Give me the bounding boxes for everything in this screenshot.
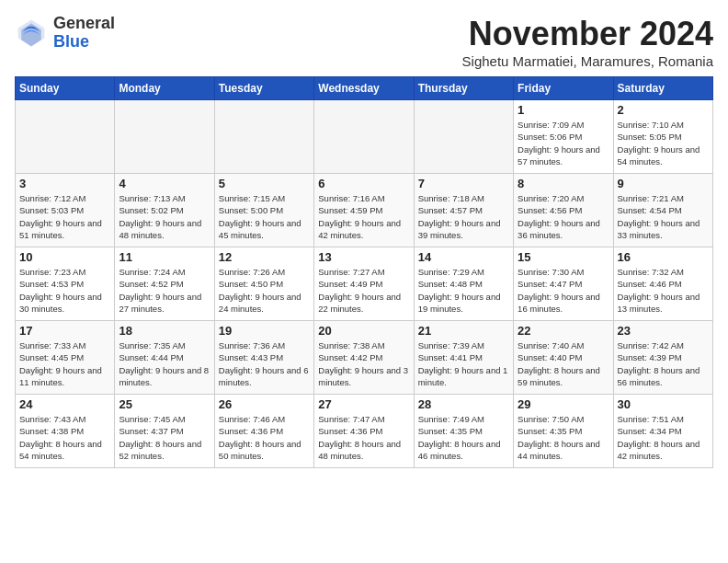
- day-info: Sunrise: 7:24 AM Sunset: 4:52 PM Dayligh…: [119, 266, 210, 315]
- day-cell: 29Sunrise: 7:50 AM Sunset: 4:35 PM Dayli…: [514, 395, 613, 468]
- day-info: Sunrise: 7:39 AM Sunset: 4:41 PM Dayligh…: [418, 339, 509, 388]
- logo: General Blue: [15, 15, 115, 52]
- day-cell: 19Sunrise: 7:36 AM Sunset: 4:43 PM Dayli…: [214, 321, 313, 395]
- day-number: 9: [618, 177, 709, 190]
- day-cell: [414, 100, 513, 174]
- day-number: 4: [119, 177, 210, 190]
- day-number: 18: [119, 324, 210, 338]
- header-cell-friday: Friday: [514, 77, 613, 100]
- day-cell: [115, 100, 214, 174]
- month-title: November 2024: [462, 15, 713, 53]
- day-number: 23: [618, 324, 709, 338]
- day-cell: 5Sunrise: 7:15 AM Sunset: 5:00 PM Daylig…: [214, 174, 313, 247]
- calendar-body: 1Sunrise: 7:09 AM Sunset: 5:06 PM Daylig…: [16, 100, 713, 468]
- day-cell: 11Sunrise: 7:24 AM Sunset: 4:52 PM Dayli…: [115, 247, 214, 321]
- day-number: 26: [219, 397, 310, 411]
- day-info: Sunrise: 7:43 AM Sunset: 4:38 PM Dayligh…: [19, 413, 110, 462]
- day-cell: 25Sunrise: 7:45 AM Sunset: 4:37 PM Dayli…: [115, 395, 214, 468]
- day-number: 25: [119, 397, 210, 411]
- day-number: 24: [19, 397, 110, 411]
- day-info: Sunrise: 7:51 AM Sunset: 4:34 PM Dayligh…: [618, 413, 709, 462]
- header-cell-monday: Monday: [115, 77, 214, 100]
- day-info: Sunrise: 7:27 AM Sunset: 4:49 PM Dayligh…: [318, 266, 409, 315]
- page-header: General Blue November 2024 Sighetu Marma…: [15, 15, 713, 69]
- day-info: Sunrise: 7:49 AM Sunset: 4:35 PM Dayligh…: [418, 413, 509, 462]
- logo-icon: [15, 17, 48, 50]
- week-row-1: 1Sunrise: 7:09 AM Sunset: 5:06 PM Daylig…: [16, 100, 713, 174]
- day-info: Sunrise: 7:36 AM Sunset: 4:43 PM Dayligh…: [219, 339, 310, 388]
- day-cell: 12Sunrise: 7:26 AM Sunset: 4:50 PM Dayli…: [214, 247, 313, 321]
- day-number: 29: [518, 397, 609, 411]
- calendar-header: SundayMondayTuesdayWednesdayThursdayFrid…: [16, 77, 713, 100]
- day-number: 1: [518, 103, 609, 117]
- day-cell: 10Sunrise: 7:23 AM Sunset: 4:53 PM Dayli…: [16, 247, 115, 321]
- day-info: Sunrise: 7:12 AM Sunset: 5:03 PM Dayligh…: [19, 192, 110, 241]
- day-cell: 16Sunrise: 7:32 AM Sunset: 4:46 PM Dayli…: [613, 247, 712, 321]
- header-cell-tuesday: Tuesday: [214, 77, 313, 100]
- header-cell-thursday: Thursday: [414, 77, 513, 100]
- day-number: 7: [418, 177, 509, 190]
- day-cell: 28Sunrise: 7:49 AM Sunset: 4:35 PM Dayli…: [414, 395, 513, 468]
- day-cell: 26Sunrise: 7:46 AM Sunset: 4:36 PM Dayli…: [214, 395, 313, 468]
- day-number: 12: [219, 250, 310, 264]
- day-cell: 3Sunrise: 7:12 AM Sunset: 5:03 PM Daylig…: [16, 174, 115, 247]
- day-cell: 2Sunrise: 7:10 AM Sunset: 5:05 PM Daylig…: [613, 100, 712, 174]
- day-number: 10: [19, 250, 110, 264]
- day-cell: 24Sunrise: 7:43 AM Sunset: 4:38 PM Dayli…: [16, 395, 115, 468]
- day-number: 21: [418, 324, 509, 338]
- day-info: Sunrise: 7:46 AM Sunset: 4:36 PM Dayligh…: [219, 413, 310, 462]
- day-info: Sunrise: 7:13 AM Sunset: 5:02 PM Dayligh…: [119, 192, 210, 241]
- day-info: Sunrise: 7:38 AM Sunset: 4:42 PM Dayligh…: [318, 339, 409, 388]
- day-cell: 4Sunrise: 7:13 AM Sunset: 5:02 PM Daylig…: [115, 174, 214, 247]
- day-info: Sunrise: 7:09 AM Sunset: 5:06 PM Dayligh…: [518, 119, 609, 167]
- day-info: Sunrise: 7:32 AM Sunset: 4:46 PM Dayligh…: [618, 266, 709, 315]
- day-cell: 18Sunrise: 7:35 AM Sunset: 4:44 PM Dayli…: [115, 321, 214, 395]
- day-info: Sunrise: 7:26 AM Sunset: 4:50 PM Dayligh…: [219, 266, 310, 315]
- day-info: Sunrise: 7:15 AM Sunset: 5:00 PM Dayligh…: [219, 192, 310, 241]
- day-number: 13: [318, 250, 409, 264]
- day-cell: 8Sunrise: 7:20 AM Sunset: 4:56 PM Daylig…: [514, 174, 613, 247]
- day-number: 6: [318, 177, 409, 190]
- week-row-2: 3Sunrise: 7:12 AM Sunset: 5:03 PM Daylig…: [16, 174, 713, 247]
- day-number: 22: [518, 324, 609, 338]
- day-cell: 1Sunrise: 7:09 AM Sunset: 5:06 PM Daylig…: [514, 100, 613, 174]
- header-cell-wednesday: Wednesday: [314, 77, 414, 100]
- day-info: Sunrise: 7:40 AM Sunset: 4:40 PM Dayligh…: [518, 339, 609, 388]
- day-number: 2: [618, 103, 709, 117]
- day-cell: 9Sunrise: 7:21 AM Sunset: 4:54 PM Daylig…: [613, 174, 712, 247]
- day-info: Sunrise: 7:45 AM Sunset: 4:37 PM Dayligh…: [119, 413, 210, 462]
- day-cell: [314, 100, 414, 174]
- day-info: Sunrise: 7:33 AM Sunset: 4:45 PM Dayligh…: [19, 339, 110, 388]
- week-row-5: 24Sunrise: 7:43 AM Sunset: 4:38 PM Dayli…: [16, 395, 713, 468]
- day-info: Sunrise: 7:18 AM Sunset: 4:57 PM Dayligh…: [418, 192, 509, 241]
- day-info: Sunrise: 7:20 AM Sunset: 4:56 PM Dayligh…: [518, 192, 609, 241]
- day-cell: [214, 100, 313, 174]
- day-number: 20: [318, 324, 409, 338]
- day-number: 8: [518, 177, 609, 190]
- day-cell: 14Sunrise: 7:29 AM Sunset: 4:48 PM Dayli…: [414, 247, 513, 321]
- day-number: 14: [418, 250, 509, 264]
- day-cell: 30Sunrise: 7:51 AM Sunset: 4:34 PM Dayli…: [613, 395, 712, 468]
- week-row-3: 10Sunrise: 7:23 AM Sunset: 4:53 PM Dayli…: [16, 247, 713, 321]
- logo-text: General Blue: [53, 15, 115, 52]
- day-number: 5: [219, 177, 310, 190]
- location-title: Sighetu Marmatiei, Maramures, Romania: [462, 53, 713, 69]
- day-info: Sunrise: 7:47 AM Sunset: 4:36 PM Dayligh…: [318, 413, 409, 462]
- day-number: 17: [19, 324, 110, 338]
- day-info: Sunrise: 7:42 AM Sunset: 4:39 PM Dayligh…: [618, 339, 709, 388]
- day-cell: 20Sunrise: 7:38 AM Sunset: 4:42 PM Dayli…: [314, 321, 414, 395]
- day-number: 19: [219, 324, 310, 338]
- day-cell: 22Sunrise: 7:40 AM Sunset: 4:40 PM Dayli…: [514, 321, 613, 395]
- day-number: 15: [518, 250, 609, 264]
- day-cell: 6Sunrise: 7:16 AM Sunset: 4:59 PM Daylig…: [314, 174, 414, 247]
- day-info: Sunrise: 7:29 AM Sunset: 4:48 PM Dayligh…: [418, 266, 509, 315]
- header-cell-sunday: Sunday: [16, 77, 115, 100]
- day-cell: 21Sunrise: 7:39 AM Sunset: 4:41 PM Dayli…: [414, 321, 513, 395]
- week-row-4: 17Sunrise: 7:33 AM Sunset: 4:45 PM Dayli…: [16, 321, 713, 395]
- day-info: Sunrise: 7:30 AM Sunset: 4:47 PM Dayligh…: [518, 266, 609, 315]
- day-cell: 13Sunrise: 7:27 AM Sunset: 4:49 PM Dayli…: [314, 247, 414, 321]
- calendar-table: SundayMondayTuesdayWednesdayThursdayFrid…: [15, 76, 713, 468]
- header-row: SundayMondayTuesdayWednesdayThursdayFrid…: [16, 77, 713, 100]
- day-info: Sunrise: 7:16 AM Sunset: 4:59 PM Dayligh…: [318, 192, 409, 241]
- day-number: 11: [119, 250, 210, 264]
